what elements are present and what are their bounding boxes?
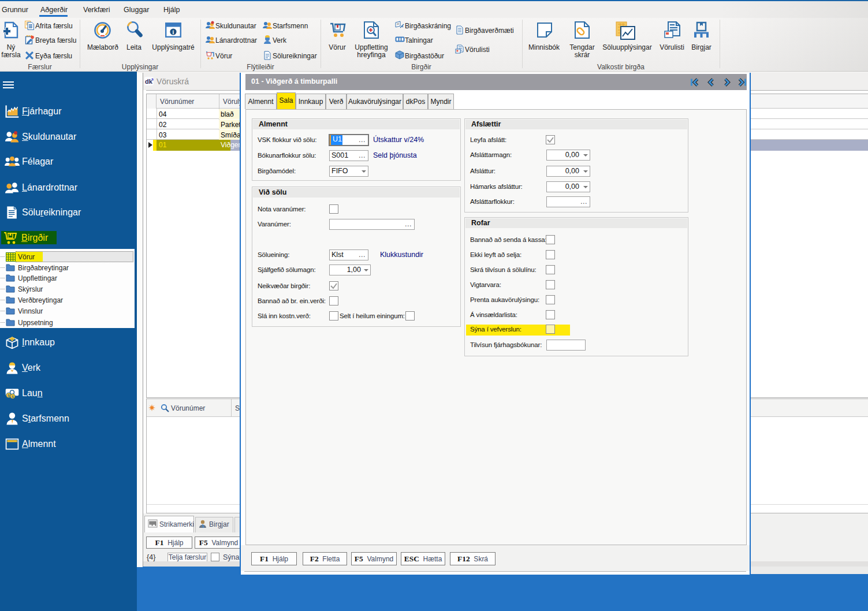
svg-text:i: i	[173, 29, 174, 35]
svg-text:dk: dk	[145, 78, 153, 85]
